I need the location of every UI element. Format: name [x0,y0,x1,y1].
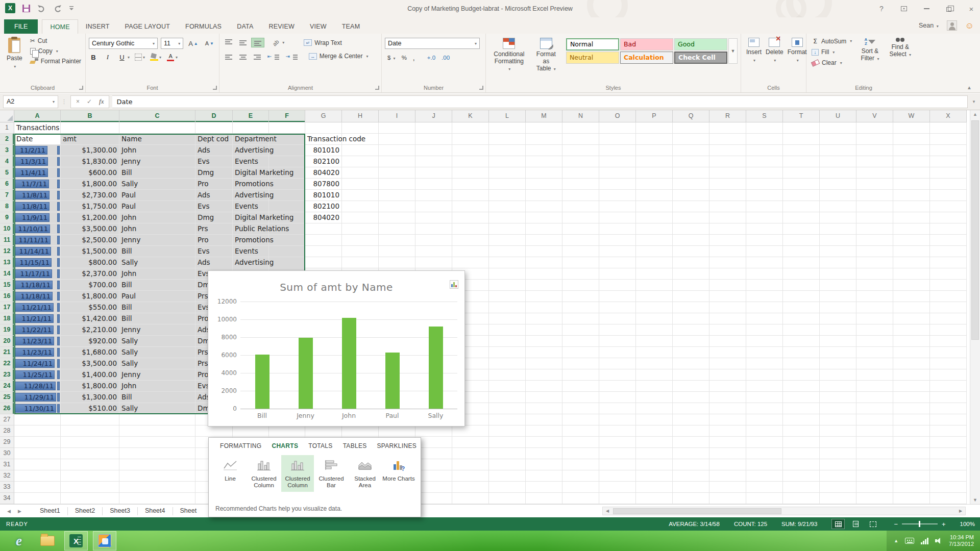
cell-R22[interactable] [709,358,746,369]
horizontal-scrollbar[interactable]: ◀ ▶ [602,507,966,515]
cell-U29[interactable] [820,437,856,448]
cell-R13[interactable] [709,257,746,268]
cell-M30[interactable] [526,448,562,459]
cell-W8[interactable] [893,201,930,212]
cell-V23[interactable] [856,369,893,381]
cell-C27[interactable] [119,414,195,425]
column-header-R[interactable]: R [709,110,746,122]
cell-H4[interactable] [342,156,379,167]
cell-V16[interactable] [856,291,893,302]
cell-W3[interactable] [893,145,930,156]
cell-C10[interactable]: John [119,223,195,235]
row-header-31[interactable]: 31 [0,459,14,470]
cell-L33[interactable] [489,482,526,493]
cell-V1[interactable] [856,122,893,134]
cell-U31[interactable] [820,459,856,470]
cell-J28[interactable] [415,425,452,437]
column-header-F[interactable]: F [269,110,305,122]
cell-X22[interactable] [930,358,967,369]
cell-A9[interactable]: 11/9/11 [14,212,61,223]
taskbar-office-app-icon[interactable] [93,531,116,550]
cell-H3[interactable] [342,145,379,156]
cell-W20[interactable] [893,336,930,347]
cell-A18[interactable]: 11/21/11 [14,313,61,324]
vertical-scrollbar[interactable]: ▲ ▼ [970,110,980,504]
cell-V2[interactable] [856,134,893,145]
cell-M10[interactable] [526,223,562,235]
cell-C23[interactable]: Jenny [119,369,195,381]
cell-V17[interactable] [856,302,893,313]
cell-A10[interactable]: 11/10/11 [14,223,61,235]
cell-Q18[interactable] [673,313,709,324]
cell-U17[interactable] [820,302,856,313]
cell-R23[interactable] [709,369,746,381]
cell-U18[interactable] [820,313,856,324]
cell-W33[interactable] [893,482,930,493]
vertical-scroll-thumb[interactable] [971,120,979,340]
cell-B8[interactable]: $1,750.00 [61,201,119,212]
cell-L32[interactable] [489,470,526,482]
cell-P10[interactable] [636,223,673,235]
sort-filter-button[interactable]: AZ Sort &Filter ▾ [857,36,883,67]
cell-L6[interactable] [489,179,526,190]
cell-X3[interactable] [930,145,967,156]
user-avatar[interactable] [947,20,957,31]
cell-U30[interactable] [820,448,856,459]
cell-L26[interactable] [489,403,526,414]
cell-O18[interactable] [599,313,636,324]
cell-O31[interactable] [599,459,636,470]
cell-R32[interactable] [709,470,746,482]
cell-X14[interactable] [930,268,967,280]
cell-K5[interactable] [452,167,489,179]
cell-W7[interactable] [893,190,930,201]
cell-N22[interactable] [562,358,599,369]
cell-R30[interactable] [709,448,746,459]
cell-O25[interactable] [599,392,636,403]
cell-A30[interactable] [14,448,61,459]
cell-D11[interactable]: Pro [195,235,233,246]
cell-D1[interactable] [195,122,233,134]
cell-W4[interactable] [893,156,930,167]
cell-H28[interactable] [342,425,379,437]
cell-G6[interactable]: 807800 [305,179,342,190]
cell-R11[interactable] [709,235,746,246]
font-size-combo[interactable]: 11▾ [161,38,183,49]
cell-M29[interactable] [526,437,562,448]
cell-O3[interactable] [599,145,636,156]
help-button[interactable]: ? [877,4,886,13]
cell-C12[interactable]: Bill [119,246,195,257]
bottom-align-button[interactable] [251,38,264,47]
cell-V32[interactable] [856,470,893,482]
cell-B23[interactable]: $1,400.00 [61,369,119,381]
cell-X10[interactable] [930,223,967,235]
cell-C16[interactable]: Paul [119,291,195,302]
number-dialog-launcher-icon[interactable] [479,86,483,90]
cell-S28[interactable] [746,425,783,437]
cell-D7[interactable]: Ads [195,190,233,201]
cell-W5[interactable] [893,167,930,179]
cell-V22[interactable] [856,358,893,369]
cell-A31[interactable] [14,459,61,470]
cell-M16[interactable] [526,291,562,302]
cell-M18[interactable] [526,313,562,324]
cell-T3[interactable] [783,145,820,156]
cell-B25[interactable]: $1,300.00 [61,392,119,403]
cell-style-neutral[interactable]: Neutral [566,52,619,64]
cell-U4[interactable] [820,156,856,167]
cell-N20[interactable] [562,336,599,347]
cell-C33[interactable] [119,482,195,493]
insert-cells-button[interactable]: Insert▾ [744,36,764,66]
cell-style-normal[interactable]: Normal [566,38,619,51]
scroll-left-icon[interactable]: ◀ [603,509,612,513]
cell-Q27[interactable] [673,414,709,425]
cell-H12[interactable] [342,246,379,257]
cell-T34[interactable] [783,493,820,504]
cell-O7[interactable] [599,190,636,201]
cell-X6[interactable] [930,179,967,190]
cell-M33[interactable] [526,482,562,493]
copy-button[interactable]: Copy▾ [28,46,83,56]
cell-O24[interactable] [599,381,636,392]
cell-B20[interactable]: $920.00 [61,336,119,347]
cell-L1[interactable] [489,122,526,134]
cell-X31[interactable] [930,459,967,470]
